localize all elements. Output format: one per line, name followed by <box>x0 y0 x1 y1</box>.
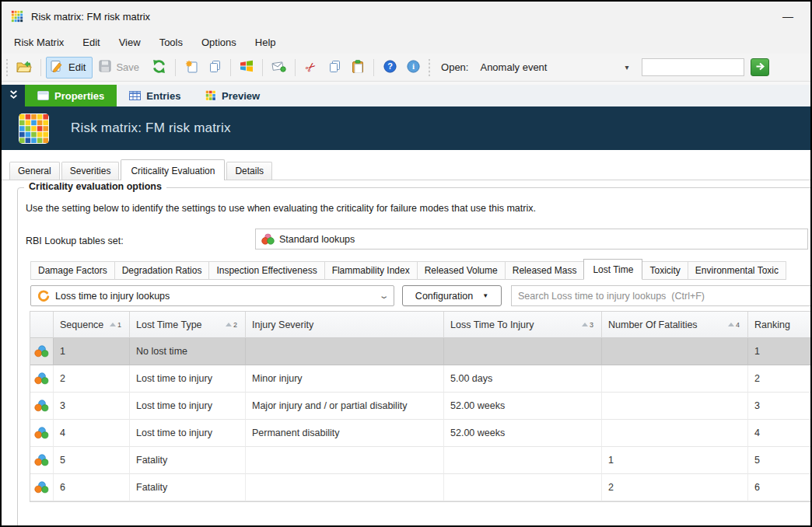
help-button[interactable]: ? <box>379 57 401 79</box>
copy-button[interactable] <box>324 57 345 79</box>
lookup-tab-toxicity[interactable]: Toxicity <box>642 261 688 280</box>
scissors-icon: ✂ <box>303 58 320 76</box>
banner: Risk matrix: FM risk matrix <box>2 106 810 150</box>
table-row[interactable]: 6Fatality26 <box>30 474 812 501</box>
sort-triangle-icon <box>582 323 588 326</box>
row-icon-cell <box>30 393 54 420</box>
column-header-icon[interactable] <box>30 312 54 338</box>
menu-item-edit[interactable]: Edit <box>73 33 109 52</box>
paste-button[interactable] <box>347 57 369 79</box>
view-tab-entries[interactable]: Entries <box>117 85 193 106</box>
toolbar-grip <box>427 59 432 76</box>
cell-fatalities <box>602 338 748 365</box>
table-row[interactable]: 4Lost time to injuryPermanent disability… <box>30 420 812 447</box>
cell-ranking: 4 <box>748 420 812 447</box>
refresh-button[interactable] <box>148 57 170 79</box>
rbi-lookup-label: RBI Lookup tables set: <box>26 236 124 246</box>
grid-body: 1No lost time12Lost time to injuryMinor … <box>30 338 812 501</box>
menu-item-tools[interactable]: Tools <box>150 33 192 52</box>
quick-open-input[interactable] <box>642 58 744 76</box>
table-row[interactable]: 2Lost time to injuryMinor injury5.00 day… <box>30 365 812 393</box>
cell-seq: 5 <box>54 447 130 474</box>
search-input[interactable] <box>511 285 812 306</box>
window-title: Risk matrix: FM risk matrix <box>31 11 150 23</box>
lookup-type-combobox[interactable]: Loss time to injury lookups ⌄ <box>30 285 394 306</box>
help-icon: ? <box>383 60 397 75</box>
column-header-ranking[interactable]: Ranking <box>748 312 812 338</box>
view-tab-properties[interactable]: Properties <box>25 85 117 106</box>
column-header-label: Lost Time Type <box>136 319 202 330</box>
lookup-tab-released-mass[interactable]: Released Mass <box>505 261 585 280</box>
sort-triangle-icon <box>110 323 116 326</box>
caret-down-icon: ▼ <box>482 292 488 299</box>
cell-fatalities <box>602 420 748 447</box>
menu-item-view[interactable]: View <box>110 33 150 52</box>
minimize-button[interactable]: — <box>775 10 801 23</box>
cell-ranking: 5 <box>748 447 812 474</box>
go-button[interactable] <box>751 58 769 76</box>
column-header-injury-severity[interactable]: Injury Severity <box>246 312 444 338</box>
save-button[interactable]: Save <box>94 57 146 79</box>
open-combobox-value: Anomaly event <box>480 61 547 73</box>
rbi-lookup-field[interactable]: Standard lookups <box>255 229 808 250</box>
menu-item-options[interactable]: Options <box>192 33 246 52</box>
lookup-tab-damage-factors[interactable]: Damage Factors <box>30 261 115 280</box>
lookup-tab-lost-time[interactable]: Lost Time <box>583 259 642 280</box>
table-row[interactable]: 1No lost time1 <box>30 338 812 365</box>
tab-general[interactable]: General <box>9 162 60 180</box>
lookup-tab-degradation-ratios[interactable]: Degradation Ratios <box>114 261 210 280</box>
column-header-loss-time-to-injury[interactable]: Loss Time To Injury3 <box>444 312 602 338</box>
edit-button[interactable]: Edit <box>46 57 93 79</box>
cut-button[interactable]: ✂ <box>300 57 322 79</box>
lookup-controls: Loss time to injury lookups ⌄ Configurat… <box>30 285 812 306</box>
cell-type: Fatality <box>130 474 246 501</box>
cell-ranking: 3 <box>748 393 812 420</box>
duplicate-icon <box>208 60 222 75</box>
table-row[interactable]: 5Fatality15 <box>30 447 812 474</box>
duplicate-button[interactable] <box>204 57 226 79</box>
configuration-button[interactable]: Configuration ▼ <box>402 285 502 306</box>
menu-item-risk-matrix[interactable]: Risk Matrix <box>5 33 73 52</box>
column-header-sequence[interactable]: Sequence1 <box>54 312 130 338</box>
cell-loss <box>444 338 602 365</box>
tab-criticality-evaluation[interactable]: Criticality Evaluation <box>121 159 225 180</box>
lookup-item-icon <box>34 481 49 494</box>
tab-details[interactable]: Details <box>226 162 272 180</box>
lookup-item-icon <box>34 372 49 385</box>
column-header-number-of-fatalities[interactable]: Number Of Fatalities4 <box>602 312 748 338</box>
table-row[interactable]: 3Lost time to injuryMajor injury and / o… <box>30 393 812 420</box>
lookup-tab-released-volume[interactable]: Released Volume <box>417 261 506 280</box>
right-arrow-icon <box>755 61 765 73</box>
app-icon <box>11 10 23 23</box>
column-header-lost-time-type[interactable]: Lost Time Type2 <box>130 312 246 338</box>
lookup-tab-environmental-toxic[interactable]: Environmental Toxic <box>688 261 786 280</box>
cell-type: No lost time <box>130 338 246 365</box>
open-item-button[interactable] <box>12 57 36 79</box>
lookup-type-icon <box>37 290 50 302</box>
send-button[interactable] <box>268 57 290 79</box>
cell-severity <box>246 338 444 365</box>
windows-button[interactable] <box>236 57 257 79</box>
new-item-button[interactable] <box>180 57 202 79</box>
column-header-label: Loss Time To Injury <box>450 319 534 330</box>
collapse-chevrons-icon[interactable] <box>2 85 25 106</box>
about-button[interactable]: i <box>402 57 424 79</box>
open-combobox[interactable]: Anomaly event ▾ <box>474 58 634 77</box>
cell-type: Lost time to injury <box>130 393 246 420</box>
view-tab-preview[interactable]: Preview <box>193 85 272 106</box>
view-tab-strip: PropertiesEntriesPreview <box>2 85 810 106</box>
svg-text:?: ? <box>387 61 393 71</box>
row-icon-cell <box>30 447 54 474</box>
tab-severities[interactable]: Severities <box>61 162 120 180</box>
menu-item-help[interactable]: Help <box>246 33 285 52</box>
lookup-tab-inspection-effectiveness[interactable]: Inspection Effectiveness <box>208 261 324 280</box>
view-tab-label: Entries <box>146 90 180 102</box>
title-bar: Risk matrix: FM risk matrix — <box>2 2 810 31</box>
windows-logo-icon <box>240 60 254 75</box>
group-title: Criticality evaluation options <box>24 181 166 192</box>
description-text: Use the setting below to identify the se… <box>26 203 536 214</box>
window-icon <box>37 91 49 100</box>
save-icon <box>99 60 112 75</box>
lookup-tab-flammability-index[interactable]: Flammability Index <box>324 261 418 280</box>
cell-severity: Major injury and / or partial disability <box>246 393 444 420</box>
